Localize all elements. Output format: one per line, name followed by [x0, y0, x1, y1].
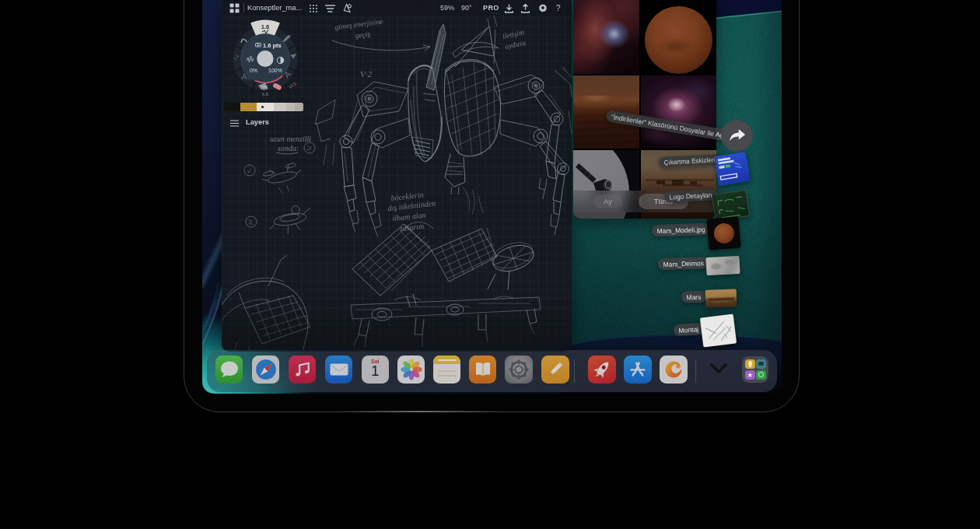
svg-text:100%: 100% [268, 68, 282, 73]
svg-text:sonda:: sonda: [278, 144, 299, 152]
svg-text:14.5: 14.5 [288, 81, 297, 89]
svg-text:uzun menzilli: uzun menzilli [270, 135, 311, 143]
svg-text:uydusu: uydusu [504, 39, 527, 51]
svg-text:1.6 pts: 1.6 pts [263, 42, 282, 49]
svg-text:1.6: 1.6 [261, 23, 269, 30]
svg-text:V·2: V·2 [360, 69, 372, 79]
svg-text:0%: 0% [250, 68, 257, 73]
svg-text:güneş enerjisine: güneş enerjisine [334, 18, 383, 31]
svg-text:tasarım: tasarım [400, 222, 425, 233]
svg-text:6.8: 6.8 [262, 92, 269, 96]
svg-text:geçiş: geçiş [355, 30, 371, 40]
svg-text:ilham alan: ilham alan [392, 211, 426, 222]
